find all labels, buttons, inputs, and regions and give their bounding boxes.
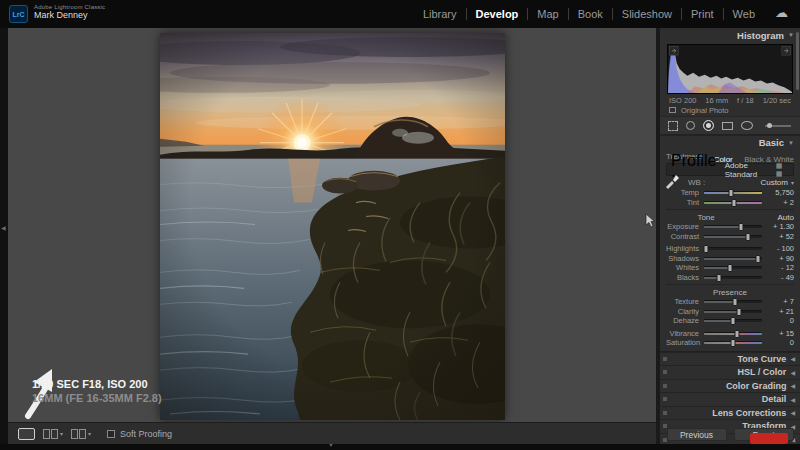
compare-dropdown-icon[interactable]: ▾: [60, 430, 63, 437]
vibrance-value[interactable]: + 15: [779, 329, 794, 338]
panel-toggle-icon[interactable]: [663, 384, 667, 388]
whites-value[interactable]: - 12: [781, 263, 794, 272]
panel-expand-icon[interactable]: ◀: [790, 409, 795, 416]
module-slideshow[interactable]: Slideshow: [613, 8, 682, 20]
module-web[interactable]: Web: [724, 8, 764, 20]
panel-expand-icon[interactable]: ◀: [790, 396, 795, 403]
brush-size-slider[interactable]: [765, 125, 791, 127]
panel-lens-corrections[interactable]: Lens Corrections ◀: [660, 406, 800, 420]
cloud-sync-icon[interactable]: ☁: [775, 5, 788, 20]
wb-dropdown-icon[interactable]: ▾: [791, 179, 794, 186]
tint-value[interactable]: + 2: [783, 198, 794, 207]
photo-preview[interactable]: [160, 33, 505, 420]
module-develop[interactable]: Develop: [467, 8, 529, 20]
saturation-value[interactable]: 0: [790, 338, 794, 347]
left-panel-collapsed-strip[interactable]: ◀: [0, 28, 8, 444]
blacks-knob[interactable]: [717, 274, 722, 282]
module-book[interactable]: Book: [569, 8, 613, 20]
panel-scrollbar[interactable]: [796, 32, 799, 90]
before-after-right-icon[interactable]: [51, 429, 58, 439]
clarity-value[interactable]: + 21: [779, 307, 794, 316]
basic-collapse-icon[interactable]: ▼: [788, 140, 794, 146]
auto-button[interactable]: Auto: [778, 213, 794, 222]
panel-toggle-icon[interactable]: [663, 411, 667, 415]
exposure-knob[interactable]: [738, 223, 743, 231]
crop-tool-icon[interactable]: [668, 121, 678, 131]
soft-proofing-control[interactable]: Soft Proofing: [107, 429, 172, 439]
split-view-group[interactable]: ▾: [71, 429, 91, 439]
dehaze-knob[interactable]: [731, 317, 736, 325]
graduated-filter-icon[interactable]: [722, 122, 733, 130]
wb-eyedropper-icon[interactable]: [664, 173, 680, 189]
before-after-left-icon[interactable]: [43, 429, 50, 439]
radial-filter-icon[interactable]: [741, 121, 753, 130]
panel-expand-icon[interactable]: ◀: [790, 369, 795, 376]
exif-shutter: 1/20 sec: [763, 96, 791, 105]
highlights-slider[interactable]: [704, 247, 762, 250]
profile-value[interactable]: Adobe Standard: [725, 161, 776, 179]
blacks-value[interactable]: - 49: [781, 273, 794, 282]
temp-knob[interactable]: [728, 189, 733, 197]
soft-proofing-label[interactable]: Soft Proofing: [120, 429, 172, 439]
profile-selector[interactable]: Profile : Adobe Standard ▦ ▦: [666, 163, 794, 176]
module-library[interactable]: Library: [414, 8, 467, 20]
histogram-collapse-icon[interactable]: ▼: [788, 32, 794, 38]
soft-proofing-checkbox[interactable]: [107, 430, 115, 438]
vibrance-knob[interactable]: [735, 330, 740, 338]
split-right-icon[interactable]: [79, 429, 86, 439]
histogram-header[interactable]: Histogram ▼: [660, 28, 800, 42]
left-collapse-arrow-icon[interactable]: ◀: [1, 224, 6, 231]
healing-tool-icon[interactable]: [686, 121, 695, 130]
highlights-value[interactable]: - 100: [777, 244, 794, 253]
whites-knob[interactable]: [727, 264, 732, 272]
shadows-value[interactable]: + 90: [779, 254, 794, 263]
loupe-view-icon[interactable]: [18, 428, 35, 440]
panel-expand-icon[interactable]: ◀: [790, 382, 795, 389]
texture-slider[interactable]: [704, 300, 762, 303]
brush-slider-knob[interactable]: [767, 123, 772, 128]
panel-tone-curve[interactable]: Tone Curve ◀: [660, 352, 800, 366]
tint-slider[interactable]: [704, 201, 762, 204]
bottom-panel-collapsed-strip[interactable]: ▼: [0, 444, 800, 450]
profile-browser-icon[interactable]: ▦ ▦: [776, 162, 789, 178]
module-print[interactable]: Print: [682, 8, 724, 20]
vibrance-slider[interactable]: [704, 332, 762, 335]
user-name: Mark Denney: [34, 11, 105, 21]
temp-slider[interactable]: [704, 191, 762, 194]
contrast-knob[interactable]: [746, 233, 751, 241]
temp-value[interactable]: 5,750: [775, 188, 794, 197]
wb-value[interactable]: Custom: [760, 178, 788, 187]
panel-hsl-color[interactable]: HSL / Color ◀: [660, 365, 800, 379]
clarity-slider[interactable]: [704, 310, 762, 313]
module-map[interactable]: Map: [528, 8, 568, 20]
texture-value[interactable]: + 7: [783, 297, 794, 306]
panel-toggle-icon[interactable]: [663, 370, 667, 374]
texture-knob[interactable]: [732, 298, 737, 306]
clarity-knob[interactable]: [736, 308, 741, 316]
contrast-slider[interactable]: [704, 235, 762, 238]
tint-knob[interactable]: [732, 199, 737, 207]
exposure-slider[interactable]: [704, 225, 762, 228]
saturation-knob[interactable]: [731, 339, 736, 347]
contrast-value[interactable]: + 52: [779, 232, 794, 241]
dehaze-slider[interactable]: [704, 319, 762, 322]
exposure-value[interactable]: + 1.30: [773, 222, 794, 231]
whites-slider[interactable]: [704, 266, 762, 269]
saturation-slider[interactable]: [704, 341, 762, 344]
shadows-slider[interactable]: [704, 257, 762, 260]
panel-detail[interactable]: Detail ◀: [660, 392, 800, 406]
histogram-chart[interactable]: [667, 44, 793, 94]
panel-expand-icon[interactable]: ◀: [790, 355, 795, 362]
split-left-icon[interactable]: [71, 429, 78, 439]
split-dropdown-icon[interactable]: ▾: [88, 430, 91, 437]
compare-view-group[interactable]: ▾: [43, 429, 63, 439]
panel-toggle-icon[interactable]: [663, 397, 667, 401]
blacks-slider[interactable]: [704, 276, 762, 279]
highlights-knob[interactable]: [703, 245, 708, 253]
redeye-tool-icon[interactable]: [703, 120, 714, 131]
shadows-knob[interactable]: [755, 255, 760, 263]
panel-color-grading[interactable]: Color Grading ◀: [660, 379, 800, 393]
panel-toggle-icon[interactable]: [663, 357, 667, 361]
dehaze-value[interactable]: 0: [790, 316, 794, 325]
previous-button[interactable]: Previous: [667, 428, 727, 441]
